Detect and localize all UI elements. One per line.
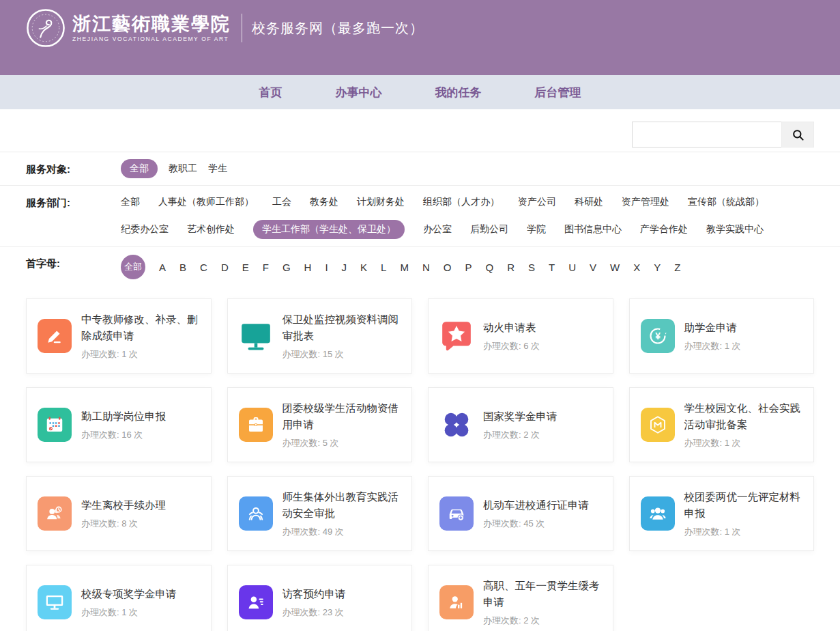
filter-label-target: 服务对象:: [26, 159, 121, 176]
service-title: 团委校级学生活动物资借用申请: [283, 400, 401, 432]
target-option-student[interactable]: 学生: [208, 159, 227, 178]
site-title: 校务服务网（最多跑一次）: [252, 19, 424, 38]
letter-option[interactable]: N: [422, 262, 430, 273]
letter-option[interactable]: V: [590, 262, 596, 273]
service-card[interactable]: 中专教师修改、补录、删除成绩申请 办理次数: 1 次: [26, 298, 212, 374]
letter-option[interactable]: G: [283, 262, 291, 273]
dept-option[interactable]: 全部: [121, 193, 140, 212]
service-count: 办理次数: 1 次: [81, 606, 177, 619]
service-title: 校级专项奖学金申请: [81, 586, 177, 602]
dept-option[interactable]: 组织部（人才办）: [423, 193, 499, 212]
service-title: 学生离校手续办理: [81, 497, 166, 513]
letter-option[interactable]: R: [507, 262, 515, 273]
target-option-staff[interactable]: 教职工: [169, 159, 197, 178]
service-card[interactable]: 团委校级学生活动物资借用申请 办理次数: 5 次: [227, 387, 413, 462]
letter-option[interactable]: D: [221, 262, 229, 273]
briefcase-icon: [239, 408, 273, 442]
letter-option[interactable]: B: [179, 262, 186, 273]
dept-option[interactable]: 办公室: [423, 220, 452, 239]
page-header: 浙江藝術職業學院 ZHEJIANG VOCATIONAL ACADEMY OF …: [0, 0, 840, 75]
letter-option[interactable]: K: [360, 262, 367, 273]
letter-option[interactable]: H: [304, 262, 312, 273]
nav-my-tasks[interactable]: 我的任务: [435, 85, 482, 100]
dept-option[interactable]: 宣传部（统战部）: [688, 193, 764, 212]
dept-option[interactable]: 学院: [527, 220, 546, 239]
person-chart-icon: [439, 585, 474, 619]
monitor-white-icon: [38, 585, 72, 619]
dept-option[interactable]: 科研处: [575, 193, 603, 212]
service-title: 校团委两优一先评定材料申报: [684, 489, 803, 521]
service-card[interactable]: 学生离校手续办理 办理次数: 8 次: [26, 476, 212, 551]
letter-option[interactable]: Z: [674, 262, 680, 273]
service-card[interactable]: 高职、五年一贯学生缓考申请 办理次数: 2 次: [428, 565, 613, 631]
service-count: 办理次数: 1 次: [684, 526, 803, 538]
dept-option[interactable]: 资产管理处: [622, 193, 669, 212]
people-solid-icon: [641, 496, 675, 531]
service-card[interactable]: 访客预约申请 办理次数: 23 次: [227, 565, 413, 631]
service-title: 学生校园文化、社会实践活动审批备案: [684, 400, 803, 432]
service-count: 办理次数: 1 次: [81, 348, 200, 361]
search-input[interactable]: [632, 122, 781, 148]
star-bubble-icon: [439, 319, 474, 353]
dept-option[interactable]: 教学实践中心: [706, 220, 764, 239]
letter-option[interactable]: A: [159, 262, 166, 273]
nav-admin[interactable]: 后台管理: [535, 85, 581, 100]
letter-option[interactable]: Y: [654, 262, 661, 273]
search-button[interactable]: [781, 122, 814, 148]
service-card[interactable]: 学生校园文化、社会实践活动审批备案 办理次数: 1 次: [629, 387, 815, 462]
service-card[interactable]: 勤工助学岗位申报 办理次数: 16 次: [26, 387, 212, 462]
person-lines-icon: [239, 585, 273, 619]
letter-option[interactable]: J: [342, 262, 347, 273]
letter-option[interactable]: E: [242, 262, 249, 273]
service-count: 办理次数: 15 次: [283, 348, 401, 361]
dept-option[interactable]: 计划财务处: [357, 193, 405, 212]
service-count: 办理次数: 5 次: [283, 437, 401, 449]
four-dots-icon: [439, 408, 474, 442]
service-card[interactable]: 动火申请表 办理次数: 6 次: [428, 298, 613, 374]
service-card[interactable]: 机动车进校通行证申请 办理次数: 45 次: [428, 476, 613, 551]
pencil-icon: [38, 319, 72, 353]
letter-option[interactable]: P: [465, 262, 472, 273]
service-title: 国家奖学金申请: [483, 408, 557, 424]
monitor-icon: [239, 319, 273, 353]
dept-option[interactable]: 后勤公司: [470, 220, 508, 239]
dept-option[interactable]: 资产公司: [518, 193, 556, 212]
letter-option[interactable]: C: [200, 262, 207, 273]
letter-option-all[interactable]: 全部: [121, 255, 145, 279]
letter-option[interactable]: Q: [485, 262, 493, 273]
nav-service-center[interactable]: 办事中心: [336, 85, 382, 100]
letter-option[interactable]: T: [549, 262, 555, 273]
service-title: 保卫处监控视频资料调阅审批表: [283, 311, 401, 343]
service-card[interactable]: 校团委两优一先评定材料申报 办理次数: 1 次: [629, 476, 815, 551]
service-title: 中专教师修改、补录、删除成绩申请: [81, 311, 200, 343]
dept-option[interactable]: 艺术创作处: [187, 220, 235, 239]
service-card[interactable]: 师生集体外出教育实践活动安全审批 办理次数: 49 次: [227, 476, 413, 551]
service-card[interactable]: 国家奖学金申请 办理次数: 2 次: [428, 387, 613, 462]
dept-option[interactable]: 纪委办公室: [121, 220, 169, 239]
letter-option[interactable]: U: [568, 262, 576, 273]
service-card[interactable]: ¥ 助学金申请 办理次数: 1 次: [629, 298, 815, 374]
people-outline-icon: [239, 496, 273, 531]
letter-option[interactable]: W: [610, 262, 620, 273]
target-option-all[interactable]: 全部: [121, 159, 158, 178]
dept-option[interactable]: 工会: [272, 193, 291, 212]
letter-option[interactable]: O: [444, 262, 452, 273]
filter-service-department: 服务部门: 全部 人事处（教师工作部） 工会 教务处 计划财务处 组织部（人才办…: [0, 186, 840, 247]
letter-option[interactable]: L: [381, 262, 386, 273]
yuan-refund-icon: ¥: [641, 319, 675, 353]
letter-option[interactable]: M: [400, 262, 409, 273]
dept-option[interactable]: 图书信息中心: [564, 220, 622, 239]
letter-option[interactable]: X: [633, 262, 640, 273]
nav-home[interactable]: 首页: [259, 85, 283, 100]
letter-option[interactable]: S: [528, 262, 535, 273]
letter-option[interactable]: F: [263, 262, 269, 273]
dept-option[interactable]: 产学合作处: [640, 220, 688, 239]
school-name-en: ZHEJIANG VOCATIONAL ACADEMY OF ART: [72, 36, 231, 42]
dept-option[interactable]: 教务处: [310, 193, 338, 212]
filter-initial-letter: 首字母: 全部 A B C D E F G H I J K L M N O P …: [0, 247, 840, 288]
letter-option[interactable]: I: [325, 262, 328, 273]
dept-option-selected[interactable]: 学生工作部（学生处、保卫处）: [253, 220, 405, 239]
service-card[interactable]: 校级专项奖学金申请 办理次数: 1 次: [26, 565, 212, 631]
service-card[interactable]: 保卫处监控视频资料调阅审批表 办理次数: 15 次: [227, 298, 413, 374]
dept-option[interactable]: 人事处（教师工作部）: [158, 193, 254, 212]
